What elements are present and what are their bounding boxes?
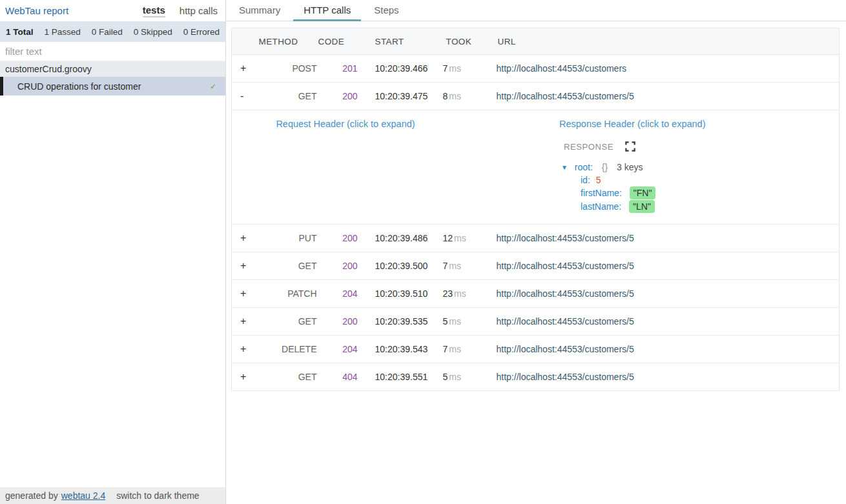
http-call-row[interactable]: + GET 200 10:20:39.535 5ms http://localh… <box>232 308 840 336</box>
took-cell: 8ms <box>443 83 497 110</box>
http-call-row[interactable]: + POST 201 10:20:39.466 7ms http://local… <box>232 55 840 83</box>
row-expander-toggle[interactable]: + <box>240 371 249 383</box>
took-value: 12 <box>443 233 453 243</box>
method-cell: PUT <box>259 225 318 252</box>
column-method: METHOD <box>259 28 318 55</box>
row-expander-toggle[interactable]: + <box>240 343 249 355</box>
took-value: 23 <box>443 288 453 299</box>
took-unit: ms <box>449 261 461 271</box>
sidebar-nav: tests http calls <box>143 5 218 17</box>
method-cell: GET <box>259 308 318 336</box>
status-code: 200 <box>342 261 357 271</box>
nav-item-tests[interactable]: tests <box>143 5 165 17</box>
column-code: CODE <box>318 28 359 55</box>
row-expander-toggle[interactable]: + <box>240 63 249 74</box>
collapse-caret-icon[interactable]: ▼ <box>561 164 568 171</box>
took-unit: ms <box>454 233 466 243</box>
tab-summary[interactable]: Summary <box>229 0 291 21</box>
call-detail-row: Request Header (click to expand) Respons… <box>232 110 840 225</box>
took-cell: 7ms <box>443 55 497 83</box>
request-url: http://localhost:44553/customers/5 <box>497 83 840 110</box>
report-title-link[interactable]: WebTau report <box>5 5 68 16</box>
request-url: http://localhost:44553/customers/5 <box>497 336 840 363</box>
request-url: http://localhost:44553/customers/5 <box>497 252 840 280</box>
json-key: lastName: <box>581 201 621 212</box>
stat-errored[interactable]: 0 Errored <box>183 27 220 37</box>
http-call-row[interactable]: + DELETE 204 10:20:39.543 7ms http://loc… <box>232 336 840 363</box>
request-url: http://localhost:44553/customers <box>497 55 840 83</box>
took-unit: ms <box>449 344 461 354</box>
fullscreen-icon[interactable] <box>624 140 637 153</box>
took-value: 5 <box>443 316 448 327</box>
start-time: 10:20:39.466 <box>359 55 443 83</box>
column-start: START <box>359 28 443 55</box>
filter-input[interactable] <box>0 42 225 61</box>
request-url: http://localhost:44553/customers/5 <box>497 280 840 308</box>
sidebar-header: WebTau report tests http calls <box>0 0 225 21</box>
row-expander-toggle[interactable]: - <box>240 90 249 102</box>
status-code: 200 <box>342 316 357 327</box>
column-expander <box>232 28 259 55</box>
stat-passed[interactable]: 1 Passed <box>44 27 80 37</box>
table-header-row: METHOD CODE START TOOK URL <box>232 28 840 55</box>
http-call-row[interactable]: + PUT 200 10:20:39.486 12ms http://local… <box>232 225 840 252</box>
tab-http-calls[interactable]: HTTP calls <box>293 0 361 21</box>
sidebar-group-file[interactable]: customerCrud.groovy <box>0 61 225 77</box>
test-label: CRUD operations for customer <box>17 81 141 92</box>
stat-skipped[interactable]: 0 Skipped <box>134 27 172 37</box>
tab-steps[interactable]: Steps <box>364 0 409 21</box>
took-cell: 7ms <box>443 336 497 363</box>
json-key: id: <box>581 175 590 185</box>
start-time: 10:20:39.475 <box>359 83 443 110</box>
column-took: TOOK <box>443 28 497 55</box>
took-value: 5 <box>443 372 448 382</box>
status-code: 404 <box>342 372 357 382</box>
json-root-key: root: <box>575 162 593 172</box>
response-detail-column: Response Header (click to expand) RESPON… <box>459 110 839 213</box>
response-section-header: RESPONSE <box>564 140 839 153</box>
start-time: 10:20:39.551 <box>359 363 443 391</box>
method-cell: GET <box>259 83 318 110</box>
nav-item-http-calls[interactable]: http calls <box>180 5 218 16</box>
took-value: 7 <box>443 344 448 354</box>
webtau-report-app: WebTau report tests http calls 1 Total 1… <box>0 0 846 504</box>
sidebar-item-test[interactable]: CRUD operations for customer ✓ <box>0 77 225 96</box>
main-tabstrip: Summary HTTP calls Steps <box>226 0 846 21</box>
sidebar-spacer <box>0 96 225 487</box>
took-cell: 5ms <box>443 363 497 391</box>
check-icon: ✓ <box>210 82 216 91</box>
request-header-expand-link[interactable]: Request Header (click to expand) <box>276 119 415 129</box>
start-time: 10:20:39.510 <box>359 280 443 308</box>
test-stats-bar: 1 Total 1 Passed 0 Failed 0 Skipped 0 Er… <box>0 21 225 42</box>
json-tree-row: id:5 <box>581 174 839 187</box>
http-calls-table: METHOD CODE START TOOK URL + POST 201 10… <box>231 28 840 391</box>
response-header-expand-link[interactable]: Response Header (click to expand) <box>559 119 705 129</box>
start-time: 10:20:39.543 <box>359 336 443 363</box>
row-expander-toggle[interactable]: + <box>240 260 249 272</box>
method-cell: PATCH <box>259 280 318 308</box>
json-value: "LN" <box>629 200 655 213</box>
stat-failed[interactable]: 0 Failed <box>92 27 123 37</box>
sidebar: WebTau report tests http calls 1 Total 1… <box>0 0 226 504</box>
response-json-tree: ▼ root: {} 3 keys id:5firstName:"FN"last… <box>559 161 839 213</box>
row-expander-toggle[interactable]: + <box>240 232 249 244</box>
http-calls-body: + POST 201 10:20:39.466 7ms http://local… <box>232 55 840 391</box>
webtau-version-link[interactable]: webtau 2.4 <box>61 490 106 501</box>
http-call-row[interactable]: - GET 200 10:20:39.475 8ms http://localh… <box>232 83 840 110</box>
row-expander-toggle[interactable]: + <box>240 316 249 327</box>
method-cell: POST <box>259 55 318 83</box>
start-time: 10:20:39.535 <box>359 308 443 336</box>
status-code: 200 <box>342 233 357 243</box>
row-expander-toggle[interactable]: + <box>240 288 249 299</box>
json-root-type: {} <box>602 162 608 172</box>
http-call-row[interactable]: + GET 404 10:20:39.551 5ms http://localh… <box>232 363 840 391</box>
stat-total[interactable]: 1 Total <box>6 27 34 37</box>
took-cell: 12ms <box>443 225 497 252</box>
http-call-row[interactable]: + PATCH 204 10:20:39.510 23ms http://loc… <box>232 280 840 308</box>
http-call-row[interactable]: + GET 200 10:20:39.500 7ms http://localh… <box>232 252 840 280</box>
generated-by-label: generated by <box>5 490 58 501</box>
request-detail-column: Request Header (click to expand) <box>232 110 459 213</box>
main-panel: Summary HTTP calls Steps METHOD CODE STA… <box>226 0 846 504</box>
method-cell: DELETE <box>259 336 318 363</box>
theme-toggle-link[interactable]: switch to dark theme <box>116 490 199 501</box>
